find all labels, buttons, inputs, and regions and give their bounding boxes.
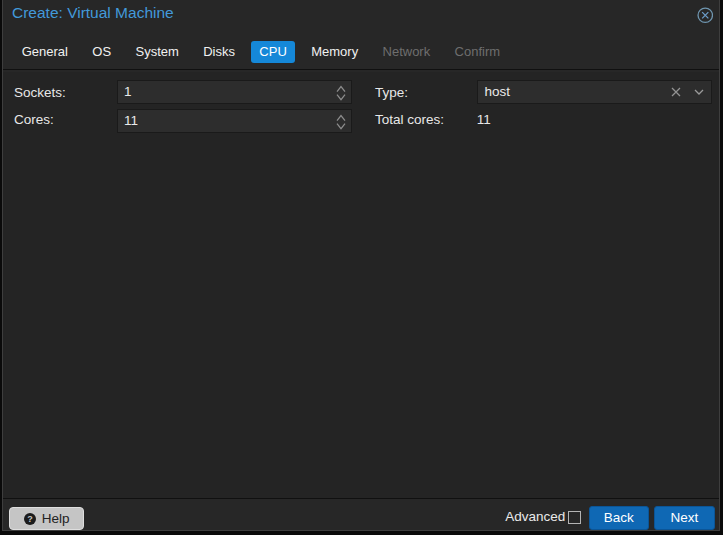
svg-text:?: ? [27, 514, 33, 524]
